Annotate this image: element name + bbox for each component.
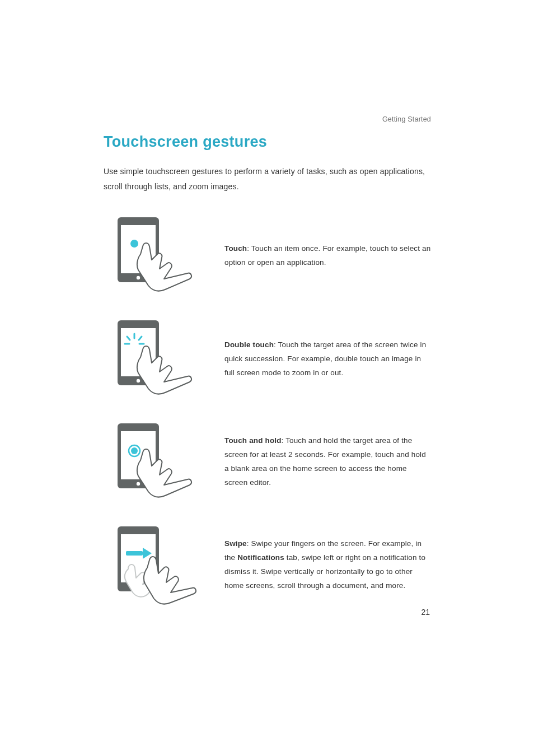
svg-point-15: [131, 447, 138, 454]
gesture-row-double-touch: Double touch: Touch the target area of t…: [104, 317, 431, 401]
page-title: Touchscreen gestures: [104, 133, 431, 151]
svg-rect-20: [126, 551, 143, 556]
gesture-label: Double touch: [224, 340, 274, 349]
svg-point-14: [137, 482, 140, 486]
intro-paragraph: Use simple touchscreen gestures to perfo…: [104, 164, 431, 194]
notifications-strong: Notifications: [237, 553, 284, 562]
gesture-desc: Swipe: Swipe your fingers on the screen.…: [204, 537, 431, 593]
gesture-list: Touch: Touch an item once. For example, …: [104, 214, 431, 607]
gesture-row-touch-hold: Touch and hold: Touch and hold the targe…: [104, 420, 431, 504]
svg-point-2: [137, 276, 140, 279]
gesture-desc: Touch and hold: Touch and hold the targe…: [204, 434, 431, 490]
page-number: 21: [421, 608, 430, 617]
section-header-label: Getting Started: [104, 115, 431, 123]
gesture-text: : Touch an item once. For example, touch…: [224, 244, 430, 267]
gesture-row-swipe: Swipe: Swipe your fingers on the screen.…: [104, 523, 431, 607]
svg-point-6: [137, 379, 140, 382]
swipe-illustration: [104, 523, 204, 607]
touch-hold-illustration: [104, 420, 204, 504]
gesture-desc: Double touch: Touch the target area of t…: [204, 338, 431, 380]
gesture-label: Swipe: [224, 539, 247, 548]
document-page: Getting Started Touchscreen gestures Use…: [104, 115, 431, 626]
gesture-label: Touch: [224, 244, 247, 253]
gesture-desc: Touch: Touch an item once. For example, …: [204, 242, 431, 270]
gesture-label: Touch and hold: [224, 436, 282, 445]
svg-point-3: [130, 240, 138, 248]
gesture-row-touch: Touch: Touch an item once. For example, …: [104, 214, 431, 298]
touch-illustration: [104, 214, 204, 298]
double-touch-illustration: [104, 317, 204, 401]
